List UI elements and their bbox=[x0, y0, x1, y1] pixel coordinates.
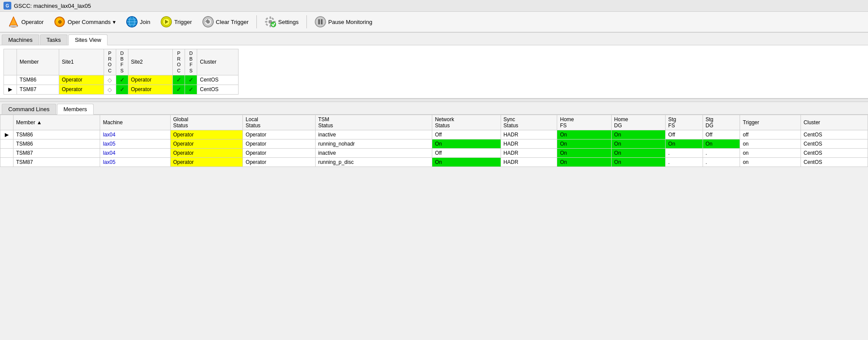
th-m-local-status: Local Status bbox=[243, 115, 316, 130]
toolbar: Operator ⚙ Oper Commands ▾ Join bbox=[0, 12, 868, 33]
th-m-machine: Machine bbox=[100, 115, 170, 130]
sites-table: Member Site1 P R O C D B F S Site2 P R O… bbox=[3, 49, 239, 95]
members-table: Member ▲ Machine Global Status Local Sta… bbox=[0, 115, 868, 167]
members-row-stg-fs: On bbox=[666, 139, 703, 148]
members-row-sync-status: HADR bbox=[501, 139, 557, 148]
members-row-network-status: On bbox=[432, 157, 501, 167]
members-row-stg-fs: Off bbox=[666, 130, 703, 139]
svg-rect-19 bbox=[270, 17, 271, 19]
members-row-tsm-status: running_p_disc bbox=[316, 157, 432, 167]
oper-commands-button[interactable]: ⚙ Oper Commands ▾ bbox=[50, 14, 120, 29]
sites-row-dbfs1: ✓ bbox=[116, 85, 128, 94]
sites-row-dbfs2: ✓ bbox=[185, 85, 197, 94]
bottom-tabs-bar: Command Lines Members bbox=[0, 102, 868, 115]
members-panel: Member ▲ Machine Global Status Local Sta… bbox=[0, 115, 868, 167]
members-row-home-fs: On bbox=[557, 148, 611, 157]
join-button[interactable]: Join bbox=[122, 14, 155, 29]
th-m-stg-fs: Stg FS bbox=[666, 115, 703, 130]
svg-point-28 bbox=[271, 22, 276, 27]
oper-commands-dropdown-icon: ▾ bbox=[113, 19, 116, 25]
globe-icon bbox=[126, 16, 138, 27]
tab-command-lines[interactable]: Command Lines bbox=[2, 104, 56, 114]
members-row-home-dg: On bbox=[611, 130, 665, 139]
members-row-machine[interactable]: lax05 bbox=[100, 157, 170, 167]
th-proc2: P R O C bbox=[173, 49, 185, 75]
members-row-machine[interactable]: lax04 bbox=[100, 130, 170, 139]
th-m-tsm-status: TSM Status bbox=[316, 115, 432, 130]
sites-row-cluster: CentOS bbox=[197, 75, 239, 85]
members-row-member: TSM87 bbox=[13, 157, 100, 167]
members-row-cluster: CentOS bbox=[801, 130, 868, 139]
sites-row-proc2: ✓ bbox=[173, 75, 185, 85]
th-m-arrow bbox=[0, 115, 13, 130]
members-row-home-fs: On bbox=[557, 139, 611, 148]
members-row-network-status: On bbox=[432, 139, 501, 148]
sites-row-proc1: ◇ bbox=[104, 75, 116, 85]
th-m-home-dg: Home DG bbox=[611, 115, 665, 130]
sites-row-dbfs2: ✓ bbox=[185, 75, 197, 85]
toolbar-separator-2 bbox=[306, 15, 307, 28]
th-site1: Site1 bbox=[59, 49, 104, 75]
members-row-machine[interactable]: lax04 bbox=[100, 148, 170, 157]
svg-rect-25 bbox=[266, 24, 268, 26]
sites-row-proc2: ✓ bbox=[173, 85, 185, 94]
svg-point-29 bbox=[315, 17, 326, 27]
th-m-member: Member ▲ bbox=[13, 115, 100, 130]
members-row-home-fs: On bbox=[557, 130, 611, 139]
members-row-local-status: Operator bbox=[243, 130, 316, 139]
members-row-cluster: CentOS bbox=[801, 157, 868, 167]
join-label: Join bbox=[140, 19, 150, 25]
top-tabs-bar: Machines Tasks Sites View bbox=[0, 33, 868, 45]
th-m-cluster: Cluster bbox=[801, 115, 868, 130]
tab-sites-view[interactable]: Sites View bbox=[68, 34, 108, 45]
sites-row-member: TSM87 bbox=[17, 85, 59, 94]
members-row-trigger: off bbox=[740, 130, 801, 139]
members-row-tsm-status: inactive bbox=[316, 148, 432, 157]
members-row-trigger: on bbox=[740, 139, 801, 148]
settings-icon bbox=[265, 16, 276, 27]
members-row-cluster: CentOS bbox=[801, 139, 868, 148]
th-m-stg-dg: Stg DG bbox=[703, 115, 740, 130]
members-row-stg-dg: Off bbox=[703, 130, 740, 139]
members-row-global-status: Operator bbox=[170, 148, 243, 157]
members-row-sync-status: HADR bbox=[501, 130, 557, 139]
members-row-network-status: Off bbox=[432, 130, 501, 139]
svg-rect-30 bbox=[318, 19, 320, 24]
sites-row-site2: Operator bbox=[128, 85, 173, 94]
members-row-member: TSM86 bbox=[13, 130, 100, 139]
clear-trigger-icon bbox=[202, 16, 214, 27]
pause-monitoring-icon bbox=[315, 16, 326, 27]
members-row-machine[interactable]: lax05 bbox=[100, 139, 170, 148]
members-row-stg-fs: . bbox=[666, 157, 703, 167]
pause-monitoring-button[interactable]: Pause Monitoring bbox=[310, 14, 377, 29]
operator-label: Operator bbox=[21, 19, 44, 25]
settings-button[interactable]: Settings bbox=[260, 14, 303, 29]
title-bar: G GSCC: machines_lax04_lax05 bbox=[0, 0, 868, 12]
operator-button[interactable]: Operator bbox=[3, 14, 48, 29]
th-m-home-fs: Home FS bbox=[557, 115, 611, 130]
members-row-home-dg: On bbox=[611, 157, 665, 167]
sites-row-site1: Operator bbox=[59, 75, 104, 85]
trigger-button[interactable]: Trigger bbox=[156, 14, 196, 29]
section-divider bbox=[0, 99, 868, 102]
cone-icon bbox=[8, 16, 19, 27]
members-row-local-status: Operator bbox=[243, 157, 316, 167]
members-row-tsm-status: inactive bbox=[316, 130, 432, 139]
sites-row-member: TSM86 bbox=[17, 75, 59, 85]
tab-members[interactable]: Members bbox=[57, 104, 94, 115]
members-row-member: TSM86 bbox=[13, 139, 100, 148]
sites-row-site1: Operator bbox=[59, 85, 104, 94]
members-row-stg-dg: . bbox=[703, 148, 740, 157]
members-row-tsm-status: running_nohadr bbox=[316, 139, 432, 148]
clear-trigger-button[interactable]: Clear Trigger bbox=[198, 14, 253, 29]
svg-rect-21 bbox=[265, 21, 267, 23]
toolbar-separator-1 bbox=[256, 15, 257, 28]
members-row-home-dg: On bbox=[611, 139, 665, 148]
tab-tasks[interactable]: Tasks bbox=[40, 34, 67, 45]
th-m-global-status: Global Status bbox=[170, 115, 243, 130]
tab-machines[interactable]: Machines bbox=[2, 34, 39, 45]
th-cluster: Cluster bbox=[197, 49, 239, 75]
th-dbfs2: D B F S bbox=[185, 49, 197, 75]
members-row-local-status: Operator bbox=[243, 139, 316, 148]
members-row-network-status: Off bbox=[432, 148, 501, 157]
